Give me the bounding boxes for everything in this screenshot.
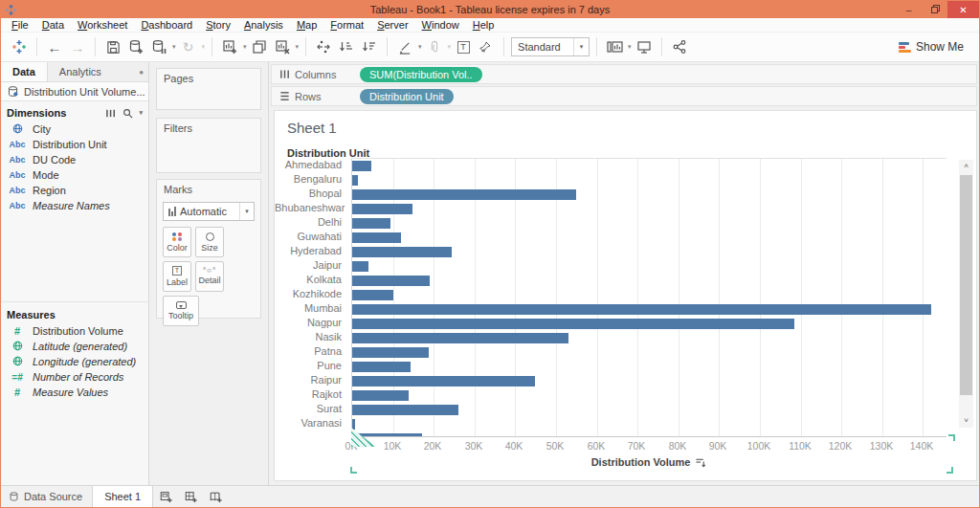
pages-shelf[interactable]: Pages bbox=[156, 68, 261, 110]
vertical-scrollbar[interactable]: ˄ ˅ bbox=[959, 160, 973, 428]
bar-guwahati[interactable] bbox=[352, 232, 401, 243]
sheet-tab-active[interactable]: Sheet 1 bbox=[92, 486, 153, 507]
field-mode[interactable]: AbcMode bbox=[1, 167, 148, 183]
bar-mumbai[interactable] bbox=[352, 304, 931, 315]
swap-rows-columns-icon[interactable] bbox=[313, 35, 334, 58]
scroll-down-icon[interactable]: ˅ bbox=[959, 414, 973, 428]
tableau-home-icon[interactable] bbox=[9, 35, 30, 58]
bar-kolkata[interactable] bbox=[352, 276, 430, 286]
field-distribution-volume[interactable]: #Distribution Volume bbox=[1, 323, 148, 339]
row-label-mumbai[interactable]: Mumbai bbox=[275, 301, 342, 316]
duplicate-sheet-icon[interactable] bbox=[249, 35, 270, 58]
menu-item-dashboard[interactable]: Dashboard bbox=[134, 19, 199, 31]
bar-bhubaneshwar[interactable] bbox=[352, 204, 412, 214]
pin-icon[interactable]: ● bbox=[139, 62, 148, 81]
columns-shelf[interactable]: Columns SUM(Distribution Vol.. bbox=[271, 64, 977, 84]
close-button[interactable]: ✕ bbox=[947, 1, 979, 18]
scrollbar-thumb[interactable] bbox=[960, 175, 972, 395]
bar-pune[interactable] bbox=[352, 362, 411, 372]
detail-button[interactable]: °○° Detail bbox=[195, 261, 224, 292]
field-du-code[interactable]: AbcDU Code bbox=[1, 152, 148, 167]
fix-axes-icon[interactable] bbox=[476, 35, 497, 58]
field-city[interactable]: City bbox=[1, 121, 148, 137]
restore-button[interactable] bbox=[922, 1, 947, 18]
show-hide-cards-caret[interactable]: ▾ bbox=[628, 43, 632, 51]
bar-jaipur[interactable] bbox=[352, 261, 368, 272]
menu-item-window[interactable]: Window bbox=[415, 19, 466, 31]
scroll-up-icon[interactable]: ˄ bbox=[959, 160, 973, 173]
row-label-guwahati[interactable]: Guwahati bbox=[275, 230, 342, 244]
highlight-icon[interactable] bbox=[394, 35, 415, 58]
tab-analytics[interactable]: Analytics bbox=[48, 62, 113, 81]
row-label-delhi[interactable]: Delhi bbox=[275, 215, 342, 230]
menu-item-format[interactable]: Format bbox=[323, 19, 370, 31]
find-field-icon[interactable] bbox=[122, 108, 133, 119]
pause-auto-updates-icon[interactable] bbox=[148, 35, 169, 58]
field-longitude-generated[interactable]: Longitude (generated) bbox=[1, 354, 148, 369]
run-auto-updates-caret[interactable]: ▾ bbox=[202, 43, 206, 51]
field-region[interactable]: AbcRegion bbox=[1, 183, 148, 198]
rows-shelf[interactable]: Rows Distribution Unit bbox=[271, 86, 977, 106]
save-icon[interactable] bbox=[102, 35, 123, 58]
bar-bengaluru[interactable] bbox=[352, 175, 358, 186]
field-number-of-records[interactable]: =#Number of Records bbox=[1, 369, 148, 385]
show-me-button[interactable]: Show Me bbox=[899, 40, 971, 54]
bar-nasik[interactable] bbox=[352, 333, 568, 343]
pause-auto-updates-caret[interactable]: ▾ bbox=[172, 43, 176, 51]
row-label-bengaluru[interactable]: Bengaluru bbox=[275, 172, 342, 187]
highlight-caret[interactable]: ▾ bbox=[418, 43, 422, 51]
row-label-kolkata[interactable]: Kolkata bbox=[275, 273, 342, 287]
group-members-icon[interactable] bbox=[424, 35, 445, 58]
dimensions-menu-caret[interactable]: ▾ bbox=[139, 109, 143, 117]
fit-mode-caret[interactable]: ▾ bbox=[573, 38, 589, 55]
menu-item-file[interactable]: File bbox=[5, 19, 35, 31]
label-button[interactable]: T Label bbox=[163, 261, 191, 292]
color-button[interactable]: Color bbox=[163, 227, 191, 257]
bar-patna[interactable] bbox=[352, 347, 429, 358]
bar-varanasi[interactable] bbox=[352, 419, 355, 430]
mark-type-dropdown[interactable]: Automatic ▾ bbox=[163, 202, 255, 221]
presentation-mode-icon[interactable] bbox=[634, 35, 655, 58]
row-label-nasik[interactable]: Nasik bbox=[275, 330, 342, 344]
row-label-nagpur[interactable]: Nagpur bbox=[275, 316, 342, 330]
size-button[interactable]: Size bbox=[195, 227, 224, 257]
row-label-jaipur[interactable]: Jaipur bbox=[275, 258, 342, 273]
row-label-rajkot[interactable]: Rajkot bbox=[275, 387, 342, 402]
bar-rajkot[interactable] bbox=[352, 390, 409, 401]
share-icon[interactable] bbox=[669, 35, 690, 58]
row-label-kozhikode[interactable]: Kozhikode bbox=[275, 287, 342, 301]
data-source-tab[interactable]: Data Source bbox=[1, 486, 92, 507]
row-label-ahmedabad[interactable]: Ahmedabad bbox=[275, 158, 342, 172]
run-auto-updates-icon[interactable]: ↻ bbox=[178, 35, 199, 58]
menu-item-story[interactable]: Story bbox=[199, 19, 237, 31]
redo-icon[interactable]: → bbox=[67, 35, 88, 58]
bar-hyderabad[interactable] bbox=[352, 247, 452, 257]
menu-item-server[interactable]: Server bbox=[370, 19, 414, 31]
field-measure-names[interactable]: AbcMeasure Names bbox=[1, 198, 148, 213]
new-data-source-icon[interactable] bbox=[125, 35, 146, 58]
bar-raipur[interactable] bbox=[352, 376, 535, 387]
x-axis-title[interactable]: Distribution Volume bbox=[351, 456, 947, 468]
columns-pill[interactable]: SUM(Distribution Vol.. bbox=[360, 67, 482, 82]
row-label-bhubaneshwar[interactable]: Bhubaneshwar bbox=[275, 201, 342, 215]
datasource-item[interactable]: Distribution Unit Volume... bbox=[1, 82, 148, 101]
filters-shelf[interactable]: Filters bbox=[156, 118, 261, 173]
row-label-bhopal[interactable]: Bhopal bbox=[275, 187, 342, 201]
undo-icon[interactable]: ← bbox=[44, 35, 65, 58]
row-label-patna[interactable]: Patna bbox=[275, 344, 342, 359]
group-members-caret[interactable]: ▾ bbox=[448, 43, 452, 51]
bar-surat[interactable] bbox=[352, 405, 458, 415]
new-story-tab-icon[interactable] bbox=[203, 486, 228, 507]
row-label-surat[interactable]: Surat bbox=[275, 402, 342, 416]
menu-item-map[interactable]: Map bbox=[290, 19, 323, 31]
field-measure-values[interactable]: #Measure Values bbox=[1, 385, 148, 400]
field-latitude-generated[interactable]: Latitude (generated) bbox=[1, 339, 148, 354]
bar-ahmedabad[interactable] bbox=[352, 161, 371, 171]
new-worksheet-tab-icon[interactable] bbox=[153, 486, 178, 507]
new-dashboard-tab-icon[interactable] bbox=[178, 486, 203, 507]
plot-area[interactable] bbox=[351, 158, 947, 437]
menu-item-help[interactable]: Help bbox=[466, 19, 501, 31]
show-mark-labels-icon[interactable]: T bbox=[453, 35, 474, 58]
row-label-raipur[interactable]: Raipur bbox=[275, 373, 342, 387]
bar-delhi[interactable] bbox=[352, 218, 390, 229]
